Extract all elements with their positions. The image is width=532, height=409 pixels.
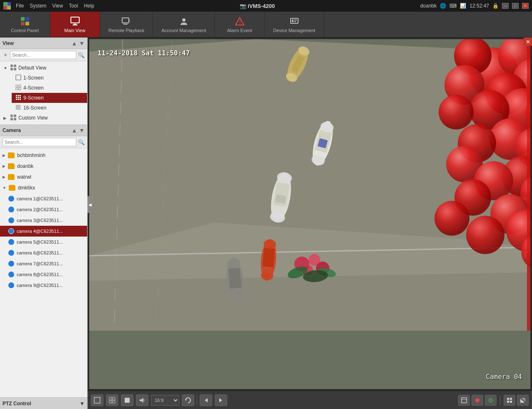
camera-item-2[interactable]: camera 2@C623511... (0, 204, 87, 215)
view-1-screen-label: 1-Screen (23, 75, 44, 81)
camera-search-icon[interactable]: 🔍 (78, 139, 85, 145)
fullscreen-button[interactable] (458, 395, 470, 406)
titlebar-menus: File System View Tool Help (16, 3, 94, 9)
tab-account-management[interactable]: Account Management (153, 12, 215, 37)
view-panel-controls: ▲ ▼ (71, 40, 85, 47)
menu-tool[interactable]: Tool (69, 3, 78, 9)
camera-item-1[interactable]: camera 1@C623511... (0, 193, 87, 204)
balloons (434, 39, 530, 270)
svg-point-103 (439, 95, 474, 130)
video-close-button[interactable]: ✕ (524, 37, 532, 46)
maximize-button[interactable]: □ (512, 3, 519, 9)
camera-item-9[interactable]: camera 9@C623511... (0, 280, 87, 291)
custom-view-root[interactable]: ▶ Custom View (0, 113, 87, 123)
camera-item-7[interactable]: camera 7@C623511... (0, 258, 87, 269)
camera-group-doanbk[interactable]: ▶ doanbk (0, 161, 87, 172)
svg-rect-27 (19, 85, 21, 87)
camera-status-dot (8, 272, 14, 277)
view-search-icon[interactable]: 🔍 (78, 52, 85, 58)
svg-line-62 (156, 39, 173, 322)
refresh-button[interactable] (182, 394, 194, 406)
sidebar-collapse-handle[interactable]: ◀ (88, 196, 93, 213)
svg-point-14 (182, 18, 186, 22)
expand-icon: ▶ (3, 175, 5, 179)
svg-rect-50 (20, 107, 20, 108)
toolbar-divider (500, 395, 500, 405)
default-view-root[interactable]: ▼ Default View (0, 63, 87, 73)
svg-point-97 (512, 58, 530, 104)
view-panel-up-icon[interactable]: ▲ (71, 40, 77, 47)
camera-item-3[interactable]: camera 3@C623511... (0, 215, 87, 226)
tab-main-view[interactable]: Main View (50, 12, 100, 37)
default-view-arrow: ▼ (3, 66, 8, 70)
camera-item-8[interactable]: camera 8@C623511... (0, 269, 87, 280)
record-button[interactable] (472, 395, 483, 406)
layout-grid-button[interactable] (504, 395, 515, 406)
aspect-ratio-select[interactable]: 16:9 4:3 Original (151, 395, 179, 406)
menu-system[interactable]: System (30, 3, 46, 9)
view-panel-title: View (3, 40, 14, 46)
svg-rect-36 (16, 99, 17, 100)
svg-point-66 (297, 45, 311, 57)
svg-rect-40 (17, 105, 18, 106)
svg-rect-8 (71, 17, 79, 23)
tab-device-management[interactable]: Device Management (265, 12, 324, 37)
video-feed[interactable]: 11-24-2018 Sat 11:50:47 Camera 04 (89, 39, 530, 389)
svg-point-72 (311, 154, 326, 167)
camera-label: camera 3@C623511... (17, 218, 63, 223)
camera-panel-header: Camera ▲ ▼ (0, 125, 87, 136)
view-9-screen[interactable]: 9-Screen (12, 93, 87, 103)
camera-search-bar: 🔍 (0, 136, 87, 148)
camera-panel-down-icon[interactable]: ▼ (79, 127, 85, 134)
volume-button[interactable] (136, 394, 148, 406)
close-button[interactable]: ✕ (522, 3, 529, 9)
svg-rect-78 (275, 195, 286, 204)
four-screen-button[interactable] (106, 394, 118, 406)
expand-button[interactable] (517, 395, 529, 406)
account-management-label: Account Management (161, 28, 206, 33)
svg-rect-30 (16, 95, 17, 96)
tab-control-panel[interactable]: Control Panel (0, 12, 50, 37)
ptz-dropdown-icon[interactable]: ▼ (80, 401, 85, 407)
svg-rect-51 (16, 109, 17, 110)
camera-group-watrwl[interactable]: ▶ watrwl (0, 172, 87, 182)
sidebar: View ▲ ▼ ＋ 🔍 ▼ Default (0, 37, 88, 409)
menu-file[interactable]: File (16, 3, 24, 9)
settings-button[interactable] (485, 395, 497, 406)
svg-point-133 (489, 399, 492, 402)
view-4-screen[interactable]: 4-Screen (12, 83, 87, 93)
camera-search-input[interactable] (3, 138, 76, 146)
camera-group-dmk6kx[interactable]: ▼ dmk6kx (0, 182, 87, 193)
view-16-screen[interactable]: 16-Screen (12, 103, 87, 113)
view-1-screen[interactable]: 1-Screen (12, 73, 87, 83)
camera-item-5[interactable]: camera 5@C623511... (0, 237, 87, 247)
ram-icon: 📊 (460, 3, 466, 9)
tab-alarm-event[interactable]: ! Alarm Event (215, 12, 265, 37)
group-label: bchbinhminh (17, 152, 45, 158)
alarm-event-label: Alarm Event (227, 28, 252, 33)
stop-button[interactable] (121, 394, 133, 406)
svg-rect-46 (20, 106, 20, 107)
single-screen-button[interactable] (91, 394, 103, 406)
camera-item-6[interactable]: camera 6@C623511... (0, 247, 87, 258)
svg-rect-18 (292, 20, 294, 22)
navbar: Control Panel Main View Remote Playback (0, 12, 532, 37)
camera-group-bchbinhminh[interactable]: ▶ bchbinhminh (0, 150, 87, 161)
svg-rect-48 (17, 107, 18, 108)
titlebar-right: doanbk 🌐 ⌨ 📊 12:52:47 🔒 ─ □ ✕ (420, 3, 529, 9)
view-panel-down-icon[interactable]: ▼ (79, 40, 85, 47)
svg-marker-12 (129, 19, 130, 22)
camera-panel-up-icon[interactable]: ▲ (71, 127, 77, 134)
menu-help[interactable]: Help (84, 3, 94, 9)
svg-point-79 (259, 239, 278, 282)
view-search-input[interactable] (10, 51, 76, 59)
view-add-button[interactable]: ＋ (3, 51, 8, 59)
prev-button[interactable] (200, 394, 212, 406)
svg-point-99 (444, 65, 484, 105)
camera-item-4[interactable]: camera 4@C623511... (0, 226, 87, 237)
menu-view[interactable]: View (52, 3, 63, 9)
minimize-button[interactable]: ─ (502, 3, 509, 9)
tab-remote-playback[interactable]: Remote Playback (100, 12, 153, 37)
next-button[interactable] (215, 394, 227, 406)
svg-rect-47 (16, 107, 17, 108)
